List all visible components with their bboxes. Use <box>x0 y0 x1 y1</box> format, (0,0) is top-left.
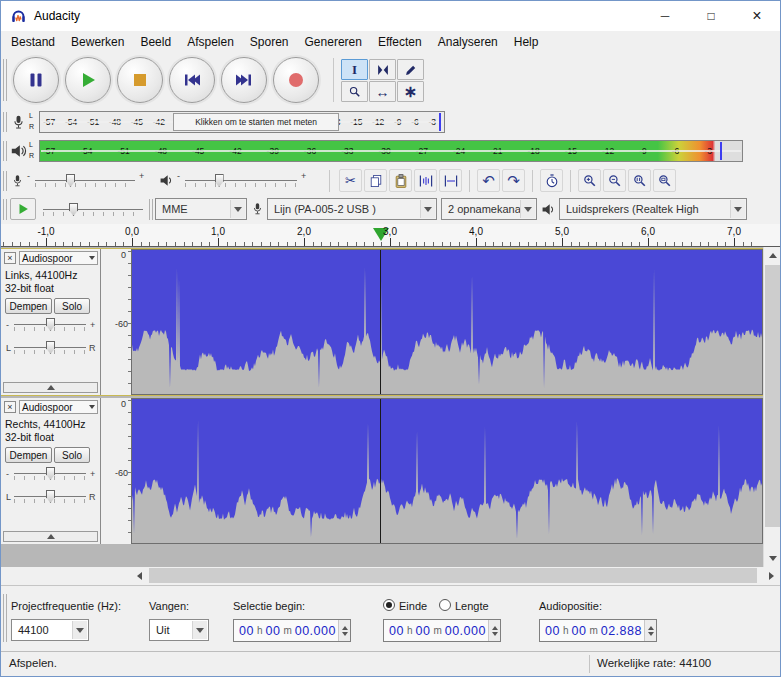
track-close-button[interactable]: × <box>4 252 16 264</box>
zoom-tool-button[interactable] <box>341 81 368 102</box>
track-name-menu[interactable]: Audiospoor <box>19 251 98 265</box>
vertical-scroll-thumb[interactable] <box>765 265 780 527</box>
copy-button[interactable] <box>364 169 387 192</box>
radio-end[interactable] <box>383 599 395 611</box>
audio-host-select[interactable]: MME <box>155 198 247 220</box>
menu-bestand[interactable]: Bestand <box>3 32 63 52</box>
time-hours[interactable]: 00 <box>545 624 560 638</box>
zoom-fit-project-button[interactable] <box>653 169 676 192</box>
menu-afspelen[interactable]: Afspelen <box>179 32 242 52</box>
time-seconds[interactable]: 02.888 <box>601 624 642 638</box>
horizontal-scroll-thumb[interactable] <box>149 568 757 583</box>
paste-button[interactable] <box>389 169 412 192</box>
recording-meter-bar[interactable]: -57-54-51-48-45-42-39-36-33-30-27-24-21-… <box>39 111 445 133</box>
pause-button[interactable] <box>13 57 59 103</box>
radio-length-label[interactable]: Lengte <box>455 600 489 612</box>
time-minutes[interactable]: 00 <box>265 624 280 638</box>
skip-to-start-button[interactable] <box>169 57 215 103</box>
vertical-scrollbar[interactable] <box>763 247 780 567</box>
multi-tool-button[interactable]: ∗ <box>397 81 424 102</box>
toolbar-grabber[interactable] <box>3 199 7 220</box>
play-button[interactable] <box>65 57 111 103</box>
cut-button[interactable]: ✂ <box>339 169 362 192</box>
selection-end-time[interactable]: 00 h 00 m 00.000 s <box>383 619 501 642</box>
pan-slider[interactable] <box>14 339 86 357</box>
play-at-speed-button[interactable] <box>10 198 36 220</box>
time-spinner[interactable] <box>338 620 350 641</box>
radio-end-label[interactable]: Einde <box>399 600 427 612</box>
time-seconds[interactable]: 00.000 <box>295 624 336 638</box>
time-spinner[interactable] <box>488 620 500 641</box>
sync-lock-clock-button[interactable] <box>540 169 563 192</box>
waveform-display[interactable] <box>131 398 763 544</box>
solo-button[interactable]: Solo <box>54 298 90 314</box>
menu-genereren[interactable]: Genereren <box>297 32 370 52</box>
trim-audio-button[interactable] <box>414 169 437 192</box>
toolbar-grabber[interactable] <box>3 59 7 101</box>
time-hours[interactable]: 00 <box>389 624 404 638</box>
zoom-in-button[interactable] <box>578 169 601 192</box>
toolbar-grabber[interactable] <box>3 112 7 132</box>
toolbar-grabber[interactable] <box>3 141 7 161</box>
recording-channels-select[interactable]: 2 opnamekanale <box>441 198 537 220</box>
menu-analyseren[interactable]: Analyseren <box>430 32 506 52</box>
solo-button[interactable]: Solo <box>54 447 90 463</box>
track-canvas[interactable]: × Audiospoor Links, 44100Hz 32-bit float… <box>1 247 780 567</box>
redo-button[interactable]: ↷ <box>502 169 525 192</box>
mute-button[interactable]: Dempen <box>5 298 52 314</box>
playback-meter-bar[interactable]: -57-54-51-48-45-42-39-36-33-30-27-24-21-… <box>39 140 743 162</box>
close-button[interactable]: × <box>734 1 780 31</box>
snap-select[interactable]: Uit <box>149 619 209 641</box>
silence-audio-button[interactable] <box>439 169 462 192</box>
toolbar-grabber[interactable] <box>149 199 153 220</box>
envelope-tool-button[interactable] <box>369 59 396 80</box>
toolbar-grabber[interactable] <box>3 171 7 191</box>
recording-device-select[interactable]: Lijn (PA-005-2 USB ) <box>267 198 437 220</box>
pan-slider[interactable] <box>14 488 86 506</box>
scroll-up-button[interactable] <box>764 247 781 264</box>
time-minutes[interactable]: 00 <box>415 624 430 638</box>
skip-to-end-button[interactable] <box>221 57 267 103</box>
menu-beeld[interactable]: Beeld <box>132 32 179 52</box>
playback-meter[interactable]: L R -57-54-51-48-45-42-39-36-33-30-27-24… <box>3 137 747 165</box>
track-collapse-button[interactable] <box>3 531 98 542</box>
scroll-down-button[interactable] <box>764 550 781 567</box>
menu-sporen[interactable]: Sporen <box>242 32 297 52</box>
vertical-db-ruler[interactable]: 0 -60 <box>101 398 131 544</box>
waveform-display[interactable] <box>131 249 763 395</box>
menu-bewerken[interactable]: Bewerken <box>63 32 132 52</box>
recording-meter[interactable]: L R -57-54-51-48-45-42-39-36-33-30-27-24… <box>3 108 447 136</box>
track-collapse-button[interactable] <box>3 382 98 393</box>
timeline-ruler[interactable]: -1,00,01,02,03,04,05,06,07,0 <box>1 224 780 247</box>
draw-tool-button[interactable] <box>397 59 424 80</box>
minimize-button[interactable]: ─ <box>642 1 688 31</box>
scroll-left-button[interactable] <box>131 567 148 584</box>
title-bar[interactable]: Audacity ─ □ × <box>1 1 780 31</box>
menu-help[interactable]: Help <box>506 32 547 52</box>
gain-slider[interactable] <box>14 316 86 334</box>
gain-slider[interactable] <box>14 465 86 483</box>
undo-button[interactable]: ↶ <box>477 169 500 192</box>
playback-device-select[interactable]: Luidsprekers (Realtek High <box>559 198 747 220</box>
maximize-button[interactable]: □ <box>688 1 734 31</box>
zoom-out-button[interactable] <box>603 169 626 192</box>
selection-start-time[interactable]: 00 h 00 m 00.000 s <box>233 619 351 642</box>
toolbar-grabber[interactable] <box>3 594 7 642</box>
menu-effecten[interactable]: Effecten <box>370 32 430 52</box>
horizontal-scrollbar[interactable] <box>131 567 780 584</box>
radio-length[interactable] <box>439 599 451 611</box>
selection-tool-button[interactable]: I <box>341 59 368 80</box>
zoom-to-selection-button[interactable] <box>628 169 651 192</box>
time-hours[interactable]: 00 <box>239 624 254 638</box>
time-spinner[interactable] <box>644 620 656 641</box>
play-speed-slider[interactable] <box>43 201 143 219</box>
timeshift-tool-button[interactable]: ↔ <box>369 81 396 102</box>
project-rate-select[interactable]: 44100 <box>11 619 89 641</box>
track-close-button[interactable]: × <box>4 401 16 413</box>
stop-button[interactable] <box>117 57 163 103</box>
meter-monitor-overlay[interactable]: Klikken om te starten met meten <box>173 113 339 131</box>
time-minutes[interactable]: 00 <box>571 624 586 638</box>
track-name-menu[interactable]: Audiospoor <box>19 400 98 414</box>
recording-volume-slider[interactable] <box>35 172 135 190</box>
audio-position-time[interactable]: 00 h 00 m 02.888 s <box>539 619 657 642</box>
